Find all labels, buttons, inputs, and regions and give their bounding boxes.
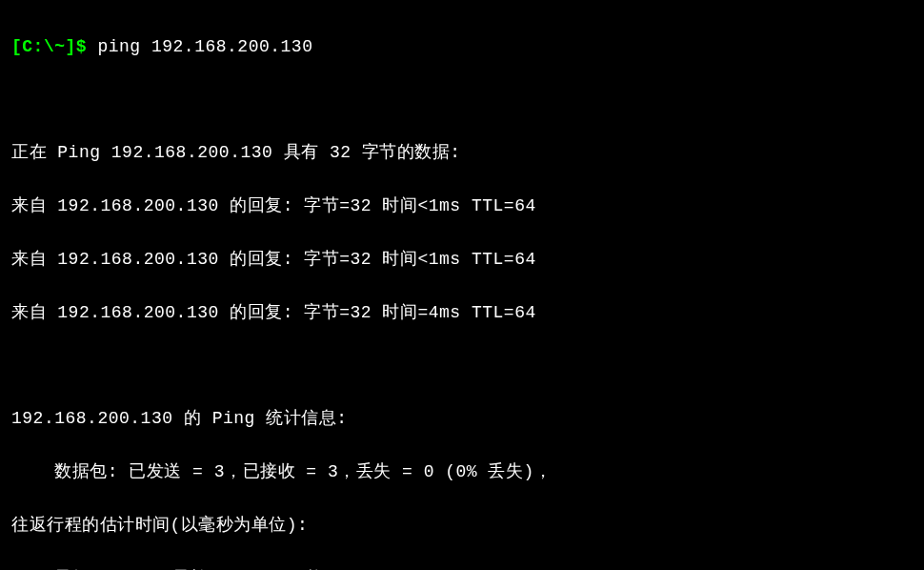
blank-line xyxy=(11,88,913,114)
ping-rtt-header: 往返行程的估计时间(以毫秒为单位): xyxy=(11,513,913,539)
ping-reply-2: 来自 192.168.200.130 的回复: 字节=32 时间<1ms TTL… xyxy=(11,247,913,274)
ping-reply-3: 来自 192.168.200.130 的回复: 字节=32 时间=4ms TTL… xyxy=(11,300,913,327)
ping-rtt-values: 最短 = 0ms，最长 = 4ms，平均 = 1ms xyxy=(11,566,913,570)
terminal-output[interactable]: [C:\~]$ ping 192.168.200.130 正在 Ping 192… xyxy=(11,8,913,570)
blank-line xyxy=(11,354,913,380)
ping-reply-1: 来自 192.168.200.130 的回复: 字节=32 时间<1ms TTL… xyxy=(11,193,913,220)
ping-command: ping 192.168.200.130 xyxy=(97,37,312,56)
shell-prompt: [C:\~]$ xyxy=(11,37,97,56)
command-line-ping: [C:\~]$ ping 192.168.200.130 xyxy=(11,34,913,61)
ping-stats-header: 192.168.200.130 的 Ping 统计信息: xyxy=(11,406,913,433)
ping-stats-packets: 数据包: 已发送 = 3，已接收 = 3，丢失 = 0 (0% 丢失)， xyxy=(11,459,913,486)
ping-header: 正在 Ping 192.168.200.130 具有 32 字节的数据: xyxy=(11,140,913,167)
